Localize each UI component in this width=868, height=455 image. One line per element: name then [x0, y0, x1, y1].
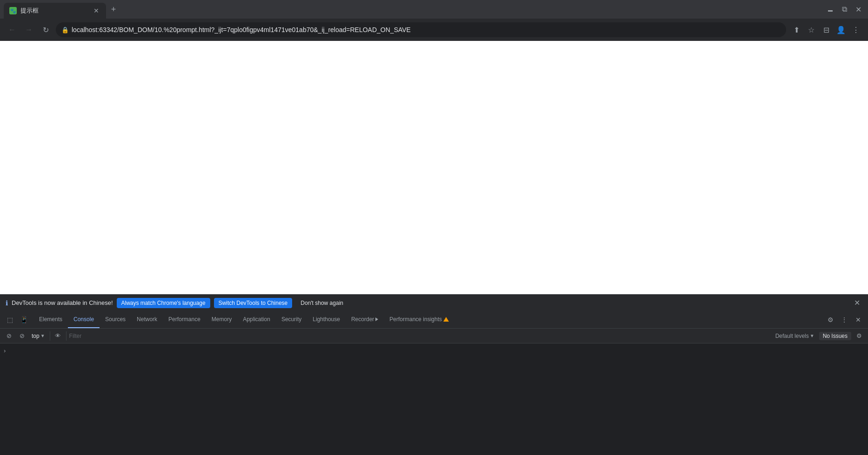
address-input-container: 🔒 localhost:63342/BOM_DOM/10.%20prompt.h… [56, 22, 786, 37]
banner-info-icon: ℹ [6, 299, 8, 307]
devtools-device-icon[interactable]: 📱 [18, 314, 30, 326]
dont-show-again-button[interactable]: Don't show again [296, 298, 348, 308]
devtools-settings-button[interactable]: ⚙ [824, 314, 836, 326]
new-tab-button[interactable]: + [106, 2, 121, 17]
address-bar: ← → ↻ 🔒 localhost:63342/BOM_DOM/10.%20pr… [0, 19, 868, 41]
filter-input[interactable] [69, 333, 771, 339]
tab-lighthouse[interactable]: Lighthouse [307, 311, 346, 328]
title-bar-close[interactable]: ✕ [852, 3, 864, 15]
filter-toggle-button[interactable]: ⊘ [17, 331, 27, 341]
tab-security[interactable]: Security [276, 311, 307, 328]
no-issues-badge[interactable]: No Issues [819, 332, 851, 340]
tab-sources-label: Sources [105, 316, 126, 323]
back-button[interactable]: ← [6, 23, 19, 36]
devtools-banner: ℹ DevTools is now available in Chinese! … [0, 294, 868, 311]
console-prompt-line[interactable]: › [4, 347, 864, 354]
devtools-panel: ⬚ 📱 Elements Console Sources Network Per… [0, 311, 868, 455]
devtools-tab-bar: ⬚ 📱 Elements Console Sources Network Per… [0, 311, 868, 329]
title-bar-restore[interactable]: ⧉ [838, 3, 850, 15]
switch-devtools-chinese-button[interactable]: Switch DevTools to Chinese [214, 298, 293, 308]
tab-memory-label: Memory [212, 316, 232, 323]
tab-performance-label: Performance [168, 316, 200, 323]
console-settings-button[interactable]: ⚙ [854, 331, 864, 341]
reload-button[interactable]: ↻ [39, 23, 52, 36]
tab-security-label: Security [281, 316, 301, 323]
tab-recorder[interactable]: Recorder [346, 311, 384, 328]
tab-lighthouse-label: Lighthouse [313, 316, 340, 323]
context-dropdown-icon: ▼ [40, 333, 45, 338]
forward-button[interactable]: → [22, 23, 35, 36]
tab-application-label: Application [243, 316, 270, 323]
tab-recorder-label: Recorder [351, 316, 374, 323]
clear-console-button[interactable]: ⊘ [4, 331, 14, 341]
tab-performance-insights[interactable]: Performance insights [384, 311, 454, 328]
default-levels-selector[interactable]: Default levels ▼ [774, 332, 816, 340]
tab-close-icon[interactable]: ✕ [92, 7, 100, 15]
tab-network-label: Network [137, 316, 157, 323]
eye-icon-button[interactable]: 👁 [53, 331, 63, 341]
devtools-close-button[interactable]: ✕ [852, 314, 864, 326]
banner-close-button[interactable]: ✕ [851, 297, 862, 309]
url-display[interactable]: localhost:63342/BOM_DOM/10.%20prompt.htm… [72, 26, 781, 33]
tab-memory[interactable]: Memory [206, 311, 237, 328]
tab-performance-insights-label: Performance insights [389, 316, 442, 323]
tab-console[interactable]: Console [68, 311, 100, 328]
lock-icon: 🔒 [61, 26, 69, 33]
tab-performance[interactable]: Performance [163, 311, 206, 328]
performance-insights-warning-icon [443, 317, 449, 322]
top-context-selector[interactable]: top ▼ [30, 332, 47, 340]
always-match-language-button[interactable]: Always match Chrome's language [117, 298, 210, 308]
share-button[interactable]: ⬆ [790, 23, 803, 36]
levels-dropdown-icon: ▼ [810, 333, 815, 338]
title-bar: 🐾 提示框 ✕ + 🗕 ⧉ ✕ [0, 0, 868, 19]
menu-button[interactable]: ⋮ [849, 23, 862, 36]
top-label: top [32, 333, 40, 339]
filter-input-container [69, 331, 771, 341]
tab-network[interactable]: Network [131, 311, 163, 328]
tab-sources[interactable]: Sources [100, 311, 131, 328]
tab-title: 提示框 [20, 7, 88, 15]
browser-tab[interactable]: 🐾 提示框 ✕ [4, 3, 106, 19]
console-toolbar: ⊘ ⊘ top ▼ 👁 Default levels ▼ No Issues ⚙ [0, 329, 868, 343]
bookmark-button[interactable]: ☆ [805, 23, 818, 36]
profile-button[interactable]: 👤 [835, 23, 848, 36]
tab-elements[interactable]: Elements [33, 311, 68, 328]
recorder-triangle-icon [375, 317, 378, 321]
devtools-more-button[interactable]: ⋮ [838, 314, 850, 326]
tab-application[interactable]: Application [237, 311, 276, 328]
tab-favicon: 🐾 [9, 7, 17, 14]
extensions-button[interactable]: ⊟ [820, 23, 833, 36]
tab-elements-label: Elements [39, 316, 62, 323]
banner-info-text: DevTools is now available in Chinese! [12, 299, 113, 306]
tab-console-label: Console [73, 316, 94, 323]
console-arrow-icon: › [4, 347, 6, 354]
devtools-inspect-icon[interactable]: ⬚ [4, 314, 16, 326]
console-output: › [0, 343, 868, 455]
no-issues-label: No Issues [823, 333, 848, 339]
web-content [0, 41, 868, 294]
default-levels-label: Default levels [775, 333, 809, 339]
title-bar-minimize[interactable]: 🗕 [824, 3, 836, 15]
